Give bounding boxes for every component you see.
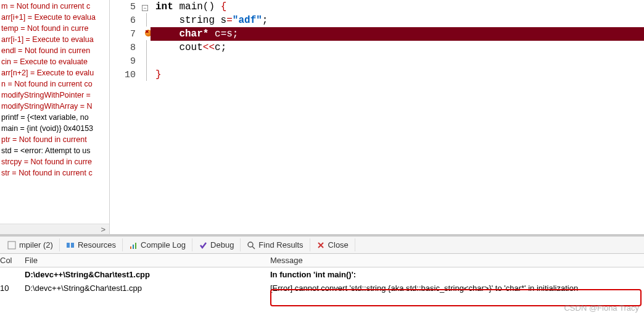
scroll-right-icon[interactable]: > — [101, 225, 105, 234]
code-line[interactable]: char* c=s; — [151, 27, 644, 41]
watch-item[interactable]: modifyStringWithPointer = — [0, 90, 109, 101]
tab-resources[interactable]: Resources — [60, 238, 123, 251]
tab-label: mpiler (2) — [19, 240, 53, 250]
watch-item[interactable]: ptr = Not found in current — [0, 134, 109, 145]
compiler-icon — [7, 241, 16, 250]
code-line[interactable] — [151, 54, 644, 68]
line-number: 5 — [110, 2, 139, 12]
breakpoint-icon[interactable] — [139, 30, 151, 39]
watch-item[interactable]: cin = Execute to evaluate — [0, 56, 109, 67]
output-tabs: mpiler (2)ResourcesCompile LogDebugFind … — [0, 237, 644, 254]
watch-item[interactable]: temp = Not found in curre — [0, 23, 109, 34]
line-number: 6 — [110, 15, 139, 26]
gutter-marker — [139, 67, 151, 83]
svg-rect-1 — [67, 243, 70, 248]
svg-rect-3 — [130, 246, 131, 249]
message-table-header: Col File Message — [0, 254, 644, 267]
watch-item[interactable]: n = Not found in current co — [0, 78, 109, 90]
msg-col — [0, 267, 25, 281]
tab-compilelog[interactable]: Compile Log — [123, 238, 192, 251]
watch-item[interactable]: endl = Not found in curren — [0, 45, 109, 56]
svg-rect-2 — [71, 243, 74, 248]
col-header-col: Col — [0, 254, 25, 267]
code-line[interactable]: string s="adf"; — [151, 14, 644, 27]
line-number: 8 — [110, 43, 139, 53]
line-number: 9 — [110, 56, 139, 67]
compiler-output-panel: mpiler (2)ResourcesCompile LogDebugFind … — [0, 235, 644, 295]
code-line[interactable]: int main() { — [151, 0, 644, 14]
watermark-text: CSDN @Fiona Tracy — [564, 303, 639, 313]
watch-item[interactable]: arr[i+1] = Execute to evalua — [0, 12, 109, 23]
svg-line-7 — [252, 246, 255, 249]
compilelog-icon — [129, 241, 138, 250]
code-line[interactable]: } — [151, 68, 644, 82]
fold-icon[interactable]: − — [139, 2, 151, 12]
code-editor[interactable]: 5−678910 int main() { string s="adf"; ch… — [110, 0, 644, 234]
find-icon — [247, 241, 255, 250]
col-header-file: File — [25, 254, 270, 267]
msg-text: [Error] cannot convert 'std::string {aka… — [270, 281, 644, 295]
watch-item[interactable]: main = {int (void)} 0x40153 — [0, 123, 109, 134]
compiler-message-row[interactable]: D:\devc++\String&Char\test1.cppIn functi… — [0, 267, 644, 281]
watch-item[interactable]: strcpy = Not found in curre — [0, 156, 109, 167]
watch-sidebar: m = Not found in current carr[i+1] = Exe… — [0, 0, 110, 234]
tab-label: Resources — [78, 240, 116, 250]
resources-icon — [66, 241, 75, 250]
watch-item[interactable]: arr[n+2] = Execute to evalu — [0, 67, 109, 78]
msg-file: D:\devc++\String&Char\test1.cpp — [25, 281, 270, 295]
debug-icon — [199, 241, 207, 250]
code-line[interactable]: cout<<c; — [151, 41, 644, 54]
watch-item[interactable]: str = Not found in current c — [0, 167, 109, 178]
line-number: 10 — [110, 70, 139, 80]
watch-item[interactable]: m = Not found in current c — [0, 1, 109, 12]
tab-close[interactable]: Close — [310, 238, 355, 251]
tab-label: Close — [328, 240, 349, 250]
msg-col: 10 — [0, 281, 25, 295]
watch-item[interactable]: modifyStringWithArray = N — [0, 101, 109, 112]
svg-rect-0 — [8, 242, 15, 249]
tab-label: Find Results — [258, 240, 303, 250]
tab-compiler[interactable]: mpiler (2) — [1, 238, 60, 251]
tab-label: Debug — [210, 240, 234, 250]
svg-point-6 — [248, 242, 253, 247]
watch-item[interactable]: printf = {<text variable, no — [0, 112, 109, 123]
msg-file: D:\devc++\String&Char\test1.cpp — [25, 267, 270, 281]
line-number: 7 — [110, 29, 139, 40]
col-header-message: Message — [270, 254, 644, 267]
compiler-message-row[interactable]: 10D:\devc++\String&Char\test1.cpp[Error]… — [0, 281, 644, 295]
svg-rect-5 — [135, 243, 136, 249]
close-icon — [316, 241, 325, 250]
watch-item[interactable]: std = <error: Attempt to us — [0, 145, 109, 156]
svg-rect-4 — [133, 245, 134, 249]
msg-text: In function 'int main()': — [270, 267, 644, 281]
watch-item[interactable]: arr[i-1] = Execute to evalua — [0, 34, 109, 45]
sidebar-scrollbar[interactable]: > — [0, 224, 109, 234]
tab-label: Compile Log — [141, 240, 186, 250]
gutter-marker — [139, 13, 151, 28]
tab-debug[interactable]: Debug — [192, 238, 241, 251]
tab-find[interactable]: Find Results — [241, 238, 310, 251]
